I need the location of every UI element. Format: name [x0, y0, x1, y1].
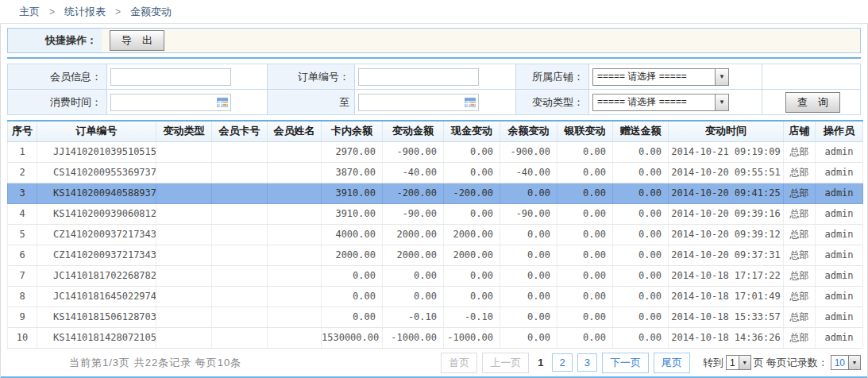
table-cell: 0.00 [613, 224, 669, 245]
page-summary: 当前第1/3页 共22条记录 每页10条 [69, 356, 241, 370]
table-cell: -0.10 [444, 307, 500, 327]
table-row[interactable]: 3KS14102009405889373910.00-200.00-200.00… [8, 183, 863, 203]
table-cell: 0.00 [557, 286, 613, 307]
table-cell [212, 203, 268, 224]
consume-time-start-input[interactable] [110, 94, 231, 111]
table-cell [212, 162, 268, 183]
consume-time-end-input[interactable] [358, 94, 479, 111]
table-cell: 0.00 [383, 286, 444, 307]
table-cell: 总部 [784, 224, 816, 245]
table-cell: 1 [8, 141, 37, 162]
table-cell: 0.00 [557, 162, 613, 183]
export-button[interactable]: 导 出 [110, 30, 164, 51]
table-cell: -40.00 [383, 162, 444, 183]
table-row[interactable]: 9KS14101815061287030.00-0.10-0.100.000.0… [8, 307, 863, 327]
table-header-row: 序号订单编号变动类型会员卡号会员姓名卡内余额变动金额现金变动余额变动银联变动赠送… [8, 121, 863, 141]
breadcrumb-home[interactable]: 主页 [19, 5, 40, 19]
breadcrumb-separator: > [49, 6, 55, 17]
table-cell: 0.00 [500, 265, 557, 286]
table-cell: 9 [8, 307, 37, 327]
change-type-select[interactable]: ===== 请选择 ===== ▼ [592, 94, 729, 111]
table-cell: 0.00 [613, 245, 669, 265]
table-cell: 2 [8, 162, 37, 183]
table-cell: 0.00 [500, 245, 557, 265]
table-cell: 0.00 [613, 162, 669, 183]
table-row[interactable]: 7JC14101817022687820.000.000.000.000.000… [8, 265, 863, 286]
table-row[interactable]: 6CZ14102009372173432000.002000.002000.00… [8, 245, 863, 265]
table-cell: 总部 [784, 203, 816, 224]
table-cell: admin [816, 286, 863, 307]
table-cell: 总部 [784, 183, 816, 203]
table-cell: 3870.00 [322, 162, 383, 183]
table-cell: 0.00 [500, 286, 557, 307]
table-cell: -0.10 [383, 307, 444, 327]
table-cell [268, 327, 322, 348]
table-row[interactable]: 1JJ14102010395105152970.00-900.000.00-90… [8, 141, 863, 162]
column-header: 变动时间 [669, 121, 784, 141]
table-cell: 4000.00 [322, 224, 383, 245]
order-no-input[interactable] [358, 68, 479, 86]
table-cell: 2014-10-18 15:33:57 [669, 307, 784, 327]
table-cell: 1530000.00 [322, 327, 383, 348]
table-cell: 0.00 [322, 265, 383, 286]
table-row[interactable]: 2CS14102009553697373870.00-40.000.00-40.… [8, 162, 863, 183]
search-button[interactable]: 查 询 [785, 92, 840, 113]
table-cell: admin [816, 224, 863, 245]
table-cell: -900.00 [500, 141, 557, 162]
table-cell: JC1410181645022974 [37, 286, 156, 307]
table-cell: 0.00 [613, 203, 669, 224]
column-header: 会员姓名 [268, 121, 322, 141]
table-cell [156, 141, 212, 162]
table-cell: 0.00 [444, 162, 500, 183]
page-size-select[interactable]: 10 ▼ [831, 355, 861, 370]
table-row[interactable]: 5CZ14102009372173434000.002000.002000.00… [8, 224, 863, 245]
calendar-icon[interactable] [465, 98, 476, 107]
shop-select-value: ===== 请选择 ===== [593, 70, 715, 83]
page-number-2[interactable]: 2 [552, 353, 572, 372]
breadcrumb-current-page: 金额变动 [130, 5, 172, 19]
table-cell: -90.00 [383, 203, 444, 224]
shop-select[interactable]: ===== 请选择 ===== ▼ [592, 68, 729, 86]
table-cell: 0.00 [613, 265, 669, 286]
next-page-button[interactable]: 下一页 [602, 353, 649, 373]
goto-page-select-value: 1 [727, 357, 739, 368]
breadcrumb-reports[interactable]: 统计报表 [64, 5, 106, 19]
table-cell [156, 245, 212, 265]
column-header: 变动类型 [156, 121, 212, 141]
table-cell: 2000.00 [444, 224, 500, 245]
table-cell: 2014-10-18 14:36:26 [669, 327, 784, 348]
table-cell: JC1410181702268782 [37, 265, 156, 286]
table-cell: 2014-10-18 17:01:49 [669, 286, 784, 307]
table-cell: 0.00 [613, 286, 669, 307]
page-number-3[interactable]: 3 [577, 353, 597, 372]
prev-page-button[interactable]: 上一页 [482, 353, 529, 373]
table-cell: 0.00 [557, 141, 613, 162]
page-size-select-value: 10 [831, 357, 848, 368]
goto-page-select[interactable]: 1 ▼ [726, 355, 751, 370]
table-cell [268, 183, 322, 203]
table-cell: 总部 [784, 327, 816, 348]
chevron-down-icon: ▼ [739, 356, 750, 369]
table-cell: 3910.00 [322, 183, 383, 203]
table-cell: 0.00 [557, 327, 613, 348]
table-row[interactable]: 8JC14101816450229740.000.000.000.000.000… [8, 286, 863, 307]
first-page-button[interactable]: 首页 [441, 353, 477, 373]
table-cell: 0.00 [557, 224, 613, 245]
table-cell: 2014-10-20 09:37:31 [669, 245, 784, 265]
member-info-input[interactable] [110, 68, 231, 86]
table-cell: 7 [8, 265, 37, 286]
table-cell: 2014-10-20 09:41:25 [669, 183, 784, 203]
last-page-button[interactable]: 尾页 [654, 353, 690, 373]
table-cell: -1000.00 [444, 327, 500, 348]
table-cell [156, 286, 212, 307]
table-cell: CZ1410200937217343 [37, 224, 156, 245]
table-cell: 10 [8, 327, 37, 348]
table-row[interactable]: 4KS14102009390608123910.00-90.000.00-90.… [8, 203, 863, 224]
calendar-icon[interactable] [217, 98, 228, 107]
table-cell: 0.00 [613, 327, 669, 348]
column-header: 订单编号 [37, 121, 156, 141]
table-row[interactable]: 10KS14101814280721051530000.00-1000.00-1… [8, 327, 863, 348]
column-header: 变动金额 [383, 121, 444, 141]
member-info-label: 会员信息： [8, 64, 107, 90]
change-type-select-value: ===== 请选择 ===== [593, 95, 715, 109]
